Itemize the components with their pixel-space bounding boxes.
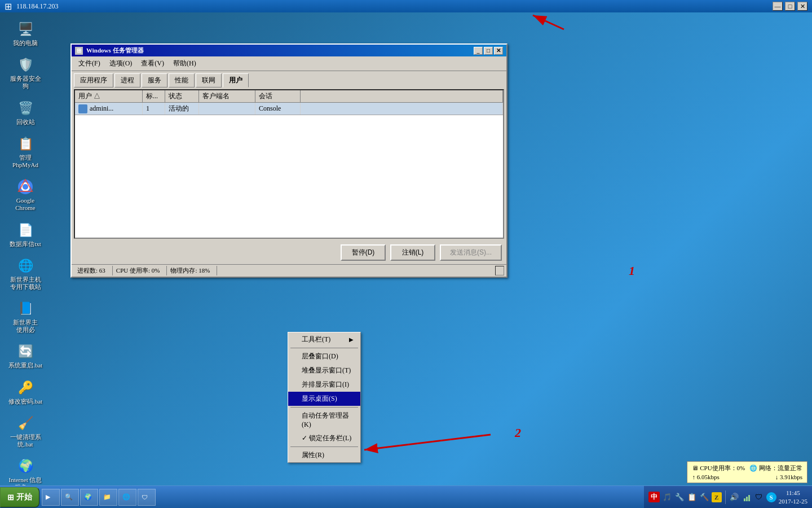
td-session: Console — [255, 103, 301, 115]
tray-icon-2[interactable]: 🔧 — [674, 492, 685, 502]
context-menu[interactable]: 工具栏(T) ▶ 层叠窗口(D) 堆叠显示窗口(T) 并排显示窗口(I) 显示桌… — [288, 332, 361, 463]
tab-users[interactable]: 用户 — [223, 73, 249, 87]
one-click-clean-label: 一键清理系统.bat — [8, 433, 43, 448]
tray-volume-icon[interactable]: 🔊 — [729, 492, 739, 502]
td-user: admini... — [75, 103, 143, 115]
th-client[interactable]: 客户端名 — [199, 90, 255, 102]
td-status: 活动的 — [165, 103, 199, 115]
menu-help[interactable]: 帮助(H) — [169, 58, 201, 69]
taskbar-item-shield[interactable]: 🛡 — [138, 489, 156, 506]
ime-indicator[interactable]: 中 — [648, 492, 660, 502]
th-user[interactable]: 用户 △ — [75, 90, 143, 102]
network-info-tooltip: 🖥 CPU使用率：0% 🌐 网络：流量正常 ↑ 6.05kbps ↓ 3.91k… — [687, 461, 807, 483]
title-buttons: _ □ ✕ — [474, 47, 503, 55]
start-label: 开始 — [16, 492, 32, 502]
rdp-maximize-btn[interactable]: □ — [785, 2, 795, 11]
phpmyadmin-icon: 📋 — [16, 135, 34, 153]
change-password-label: 修改密码.bat — [8, 398, 42, 405]
icon-server-security[interactable]: 🛡️ 服务器安全狗 — [6, 54, 45, 92]
icon-database-txt[interactable]: 📄 数据库信txt — [6, 219, 45, 250]
ctx-properties[interactable]: 属性(R) — [288, 448, 360, 462]
system-tray: 中 🎵 🔧 📋 🔨 Z 🔊 🛡 S — [644, 486, 812, 508]
th-session[interactable]: 会话 — [255, 90, 301, 102]
tab-network[interactable]: 联网 — [196, 73, 222, 87]
menu-view[interactable]: 查看(V) — [136, 58, 169, 69]
tm-close-btn[interactable]: ✕ — [494, 47, 503, 55]
tab-services[interactable]: 服务 — [142, 73, 167, 87]
tab-performance[interactable]: 性能 — [169, 73, 195, 87]
desktop: ⊞ 118.184.17.203 — □ ✕ 🖥️ 我的电脑 🛡️ 服务器安全狗… — [0, 0, 812, 508]
taskbar-items: ▶ 🔍 🌍 📁 🌐 🛡 — [42, 486, 644, 508]
icon-system-reset[interactable]: 🔄 系统重启.bat — [6, 340, 45, 371]
recycle-bin-icon: 🗑️ — [16, 99, 34, 117]
status-memory: 物理内存: 18% — [167, 266, 217, 275]
taskbar-item-iis[interactable]: 🌍 — [80, 489, 98, 506]
tray-security-icon[interactable]: 🛡 — [754, 492, 764, 502]
chrome-label: GoogleChrome — [15, 197, 35, 212]
ctx-toolbar[interactable]: 工具栏(T) ▶ — [288, 332, 360, 347]
start-button[interactable]: ⊞ 开始 — [0, 487, 39, 507]
task-manager-menubar: 文件(F) 选项(O) 查看(V) 帮助(H) — [72, 56, 506, 71]
taskbar-item-globe[interactable]: 🌐 — [118, 489, 136, 506]
tm-maximize-btn[interactable]: □ — [484, 47, 493, 55]
menu-file[interactable]: 文件(F) — [74, 58, 105, 69]
logout-button[interactable]: 注销(L) — [390, 244, 435, 261]
icon-new-world-use[interactable]: 📘 新世界主使用必 — [6, 297, 45, 336]
menu-options[interactable]: 选项(O) — [105, 58, 137, 69]
rdp-titlebar: ⊞ 118.184.17.203 — □ ✕ — [0, 0, 812, 12]
iis-icon: 🌍 — [16, 457, 34, 475]
tray-icon-3[interactable]: 📋 — [687, 492, 697, 502]
taskbar-item-media[interactable]: ▶ — [42, 489, 60, 506]
tray-icon-wrench[interactable]: 🔨 — [699, 492, 709, 502]
chrome-icon — [16, 178, 34, 196]
send-message-button[interactable]: 发送消息(S)... — [440, 244, 502, 261]
change-password-icon: 🔑 — [16, 379, 34, 397]
taskbar-item-search[interactable]: 🔍 — [61, 489, 79, 506]
desktop-icons: 🖥️ 我的电脑 🛡️ 服务器安全狗 🗑️ 回收站 📋 管理PhpMyAd — [6, 18, 45, 508]
tray-network-icon[interactable] — [742, 492, 752, 502]
tm-minimize-btn[interactable]: _ — [474, 47, 483, 55]
th-id[interactable]: 标... — [143, 90, 165, 102]
icon-my-computer[interactable]: 🖥️ 我的电脑 — [6, 18, 45, 49]
icon-new-world-host[interactable]: 🌐 新世界主机专用下载站 — [6, 255, 45, 293]
media-icon: ▶ — [46, 493, 50, 501]
ctx-lock-taskbar[interactable]: ✓ 锁定任务栏(L) — [288, 431, 360, 445]
taskbar-item-folder[interactable]: 📁 — [99, 489, 117, 506]
svg-rect-8 — [744, 498, 745, 501]
icon-recycle-bin[interactable]: 🗑️ 回收站 — [6, 97, 45, 128]
ctx-side-by-side[interactable]: 并排显示窗口(I) — [288, 378, 360, 392]
my-computer-label: 我的电脑 — [13, 40, 38, 47]
status-scrollbar[interactable] — [495, 266, 504, 275]
table-row[interactable]: admini... 1 活动的 Console — [75, 103, 503, 115]
rdp-close-btn[interactable]: ✕ — [797, 2, 807, 11]
cpu-usage-label: 🖥 CPU使用率：0% — [692, 464, 745, 472]
tab-applications[interactable]: 应用程序 — [74, 73, 113, 87]
tray-360-icon[interactable]: Z — [712, 492, 722, 502]
new-world-host-label: 新世界主机专用下载站 — [10, 276, 41, 291]
tab-processes[interactable]: 进程 — [114, 73, 140, 87]
ctx-auto-task-manager[interactable]: 自动任务管理器(K) — [288, 409, 360, 431]
icon-change-password[interactable]: 🔑 修改密码.bat — [6, 376, 45, 408]
task-manager-window-icon: ⊞ — [75, 47, 83, 55]
svg-line-4 — [533, 15, 564, 29]
tray-time: 11:45 — [779, 489, 807, 497]
ctx-cascade-windows[interactable]: 层叠窗口(D) — [288, 349, 360, 364]
ctx-stack-windows[interactable]: 堆叠显示窗口(T) — [288, 364, 360, 378]
recycle-bin-label: 回收站 — [16, 119, 35, 126]
icon-phpmyadmin[interactable]: 📋 管理PhpMyAd — [6, 133, 45, 171]
task-manager-titlebar: ⊞ Windows 任务管理器 _ □ ✕ — [72, 45, 506, 56]
tray-skype-icon[interactable]: S — [766, 492, 776, 502]
database-txt-icon: 📄 — [16, 221, 34, 239]
icon-one-click-clean[interactable]: 🧹 一键清理系统.bat — [6, 412, 45, 450]
td-extra — [301, 103, 503, 115]
pause-button[interactable]: 暂停(D) — [341, 244, 386, 261]
th-status[interactable]: 状态 — [165, 90, 199, 102]
rdp-minimize-btn[interactable]: — — [773, 2, 783, 11]
icon-google-chrome[interactable]: GoogleChrome — [6, 176, 45, 214]
tray-clock[interactable]: 11:45 2017-12-25 — [779, 489, 807, 505]
status-processes: 进程数: 63 — [74, 266, 113, 275]
windows-logo-icon: ⊞ — [7, 493, 14, 502]
th-empty — [301, 90, 503, 102]
tray-icon-1[interactable]: 🎵 — [662, 492, 672, 502]
ctx-show-desktop[interactable]: 显示桌面(S) — [288, 392, 360, 406]
